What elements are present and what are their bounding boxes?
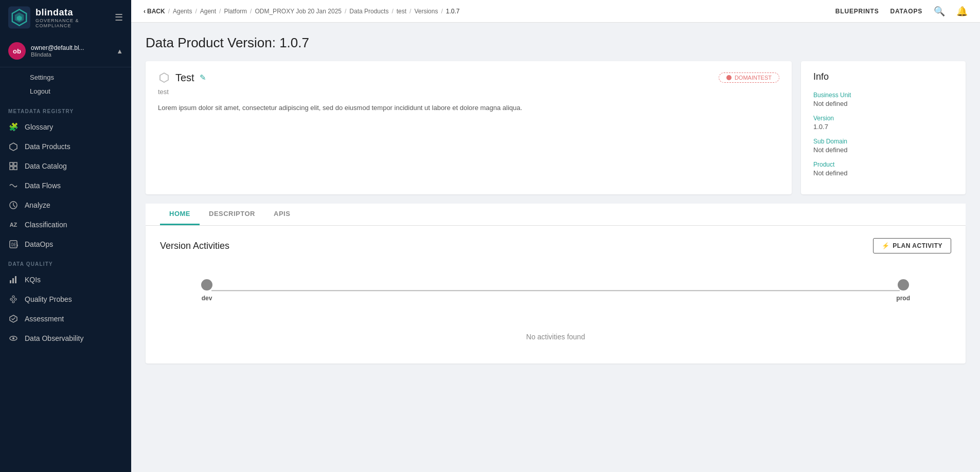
info-field-version: Version 1.0.7 [813,115,953,131]
analyze-icon [8,200,19,210]
logo-name: blindata [35,7,115,18]
edit-icon[interactable]: ✎ [200,73,206,82]
breadcrumb-test[interactable]: test [397,8,406,15]
no-activities-message: No activities found [160,312,951,351]
sidebar-item-assessment[interactable]: Assessment [0,309,131,329]
info-value-product: Not defined [813,169,953,177]
info-label-sub-domain: Sub Domain [813,138,953,145]
data-catalog-icon [8,161,19,171]
info-label-business-unit: Business Unit [813,92,953,99]
user-info: owner@default.bl... Blindata [31,44,84,58]
hamburger-icon[interactable]: ☰ [115,12,123,23]
data-flows-icon [8,180,19,191]
sidebar-item-classification[interactable]: AZ Classification [0,215,131,234]
logo-subtitle: GOVERNANCE & COMPLIANCE [35,18,115,28]
assessment-label: Assessment [25,315,64,323]
breadcrumb-current: 1.0.7 [446,8,460,15]
dataops-button[interactable]: DATAOPS [890,8,923,15]
user-menu: Settings Logout [0,67,131,101]
svg-rect-14 [15,276,16,283]
kqis-label: KQIs [25,276,41,284]
sidebar-item-glossary[interactable]: 🧩 Glossary [0,117,131,137]
svg-point-18 [12,301,14,303]
prod-dot [898,279,909,291]
breadcrumb: ‹ BACK / Agents / Agent / Platform / ODM… [144,8,460,15]
svg-point-17 [14,298,16,300]
breadcrumb-platform[interactable]: Platform [224,8,247,15]
dataops-label: DataOps [25,240,53,248]
quality-probes-label: Quality Probes [25,295,72,303]
tab-apis[interactable]: APIS [264,204,299,225]
sidebar-item-data-observability[interactable]: Data Observability [0,329,131,348]
plan-activity-button[interactable]: ⚡ PLAN ACTIVITY [873,238,951,253]
tabs-container: HOME DESCRIPTOR APIS [146,204,966,226]
product-name: Test [175,72,194,84]
settings-menu-item[interactable]: Settings [30,70,131,84]
data-observability-label: Data Observability [25,334,83,342]
product-card: Test ✎ DOMAINTEST test Lorem ipsum dolor… [146,61,792,194]
classification-icon: AZ [8,220,19,230]
quality-probes-icon [8,294,19,304]
avatar: ob [8,42,26,60]
search-icon[interactable]: 🔍 [934,6,945,17]
info-title: Info [813,71,953,82]
activities-title: Version Activities [160,241,229,251]
svg-rect-7 [10,167,13,170]
svg-rect-8 [14,167,17,170]
blueprints-button[interactable]: BLUEPRINTS [835,8,879,15]
data-products-label: Data Products [25,142,70,151]
info-value-version: 1.0.7 [813,123,953,131]
lightning-icon: ⚡ [882,242,890,249]
data-quality-label: DATA QUALITY [0,254,131,270]
dev-dot [201,279,212,291]
sidebar-item-analyze[interactable]: Analyze [0,195,131,215]
svg-rect-6 [14,162,17,166]
pipeline-node-dev: dev [201,279,212,302]
info-value-business-unit: Not defined [813,100,953,107]
sidebar: blindata GOVERNANCE & COMPLIANCE ☰ ob ow… [0,0,131,472]
user-section: ob owner@default.bl... Blindata ▲ [0,35,131,67]
breadcrumb-versions[interactable]: Versions [414,8,438,15]
page-title: Data Product Version: 1.0.7 [146,35,966,51]
breadcrumb-odm-proxy[interactable]: ODM_PROXY Job 20 Jan 2025 [255,8,342,15]
svg-marker-4 [10,143,17,151]
data-flows-label: Data Flows [25,181,61,190]
glossary-label: Glossary [25,123,53,131]
info-field-sub-domain: Sub Domain Not defined [813,138,953,154]
sidebar-header: blindata GOVERNANCE & COMPLIANCE ☰ [0,0,131,35]
tab-descriptor[interactable]: DESCRIPTOR [200,204,264,225]
pipeline-line: dev prod [181,279,931,302]
plan-activity-label: PLAN ACTIVITY [893,242,942,249]
user-menu-toggle[interactable]: ▲ [116,47,123,55]
tab-home[interactable]: HOME [160,204,200,225]
domain-badge-label: DOMAINTEST [735,75,772,81]
sidebar-item-data-products[interactable]: Data Products [0,137,131,156]
breadcrumb-agent[interactable]: Agent [200,8,216,15]
analyze-label: Analyze [25,201,50,209]
card-subtitle: test [158,88,779,96]
data-products-icon [8,141,19,152]
svg-text:DEV: DEV [11,243,18,247]
domain-dot [726,75,732,80]
dataops-icon: DEV [8,239,19,249]
sidebar-item-dataops[interactable]: DEV DataOps [0,234,131,254]
sidebar-item-quality-probes[interactable]: Quality Probes [0,289,131,309]
svg-rect-13 [12,278,14,283]
sidebar-item-kqis[interactable]: KQIs [0,270,131,289]
cards-row: Test ✎ DOMAINTEST test Lorem ipsum dolor… [146,61,966,194]
breadcrumb-agents[interactable]: Agents [173,8,192,15]
info-card: Info Business Unit Not defined Version 1… [801,61,966,194]
svg-point-16 [12,296,14,298]
logout-menu-item[interactable]: Logout [30,84,131,98]
info-label-version: Version [813,115,953,122]
back-button[interactable]: ‹ BACK [144,8,165,15]
data-catalog-label: Data Catalog [25,162,67,170]
info-field-product: Product Not defined [813,161,953,177]
info-label-product: Product [813,161,953,168]
svg-marker-22 [160,73,168,82]
sidebar-item-data-flows[interactable]: Data Flows [0,176,131,195]
notification-icon[interactable]: 🔔 [956,6,968,17]
metadata-registry-label: METADATA REGISTRY [0,101,131,117]
sidebar-item-data-catalog[interactable]: Data Catalog [0,156,131,176]
breadcrumb-data-products[interactable]: Data Products [349,8,388,15]
